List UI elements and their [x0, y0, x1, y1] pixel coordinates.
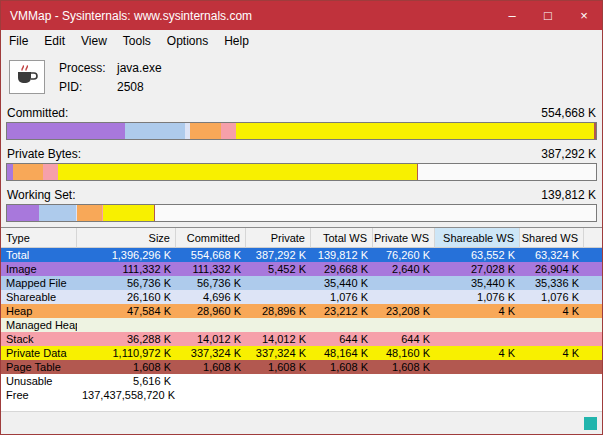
table-row-shareable[interactable]: Shareable26,160 K4,696 K1,076 K1,076 K1,… — [1, 290, 602, 304]
bar-track-committed — [6, 122, 597, 140]
cell-private: 1,608 K — [246, 360, 311, 374]
cell-private — [246, 374, 311, 388]
summary-bars: Committed:554,668 KPrivate Bytes:387,292… — [1, 102, 602, 227]
stack-segment — [43, 164, 58, 180]
cell-shareable-ws: 63,552 K — [435, 248, 520, 262]
cell-private-ws: 48,160 K — [373, 346, 435, 360]
cell-size: 36,288 K — [77, 332, 176, 346]
cell-shareable-ws: 35,440 K — [435, 276, 520, 290]
cell-size: 111,332 K — [77, 262, 176, 276]
cell-private: 5,452 K — [246, 262, 311, 276]
heap-segment — [13, 164, 44, 180]
minimize-button[interactable]: – — [494, 1, 530, 30]
cell-committed: 28,960 K — [176, 304, 246, 318]
table-row-stack[interactable]: Stack36,288 K14,012 K14,012 K644 K644 K — [1, 332, 602, 346]
cell-type: Page Table — [1, 360, 77, 374]
table-row-heap[interactable]: Heap47,584 K28,960 K28,896 K23,212 K23,2… — [1, 304, 602, 318]
cell-private-ws: 644 K — [373, 332, 435, 346]
stack-segment — [221, 123, 236, 139]
cell-size: 5,616 K — [77, 374, 176, 388]
private-data-segment — [103, 205, 154, 221]
cell-committed — [176, 374, 246, 388]
cell-shared-ws — [520, 388, 584, 402]
cell-private-ws: 2,640 K — [373, 262, 435, 276]
image-segment — [7, 205, 39, 221]
cell-shareable-ws — [435, 318, 520, 332]
cell-shared-ws: 26,904 K — [520, 262, 584, 276]
cell-private-ws: 76,260 K — [373, 248, 435, 262]
cell-private — [246, 318, 311, 332]
mapped-file-segment — [125, 123, 185, 139]
process-icon-box — [9, 60, 45, 94]
table-row-unusable[interactable]: Unusable5,616 K — [1, 374, 602, 388]
column-header-shared-ws[interactable]: Shared WS — [520, 228, 584, 248]
pid-label: PID: — [59, 80, 117, 94]
menu-file[interactable]: File — [1, 32, 36, 50]
cell-committed: 56,736 K — [176, 276, 246, 290]
menu-edit[interactable]: Edit — [36, 32, 73, 50]
cell-size: 1,396,296 K — [77, 248, 176, 262]
bar-track-working-set — [6, 204, 597, 222]
cell-size: 1,110,972 K — [77, 346, 176, 360]
image-segment — [7, 123, 125, 139]
maximize-button[interactable]: □ — [530, 1, 566, 30]
cell-shared-ws: 63,324 K — [520, 248, 584, 262]
bar-label-working-set: Working Set: — [7, 188, 75, 202]
column-header-size[interactable]: Size — [77, 228, 176, 248]
table-row-total[interactable]: Total1,396,296 K554,668 K387,292 K139,81… — [1, 248, 602, 262]
menu-view[interactable]: View — [73, 32, 115, 50]
column-header-private-ws[interactable]: Private WS — [373, 228, 435, 248]
menu-help[interactable]: Help — [216, 32, 257, 50]
column-header-shareable-ws[interactable]: Shareable WS — [435, 228, 520, 248]
column-header-type[interactable]: Type — [1, 228, 77, 248]
cell-private: 387,292 K — [246, 248, 311, 262]
cell-type: Heap — [1, 304, 77, 318]
cell-type: Managed Heap — [1, 318, 77, 332]
window-controls: – □ × — [494, 1, 602, 30]
title-bar[interactable]: VMMap - Sysinternals: www.sysinternals.c… — [1, 1, 602, 30]
cell-shared-ws — [520, 374, 584, 388]
cell-total-ws: 48,164 K — [311, 346, 373, 360]
cell-private — [246, 276, 311, 290]
menu-options[interactable]: Options — [159, 32, 216, 50]
cell-committed: 337,324 K — [176, 346, 246, 360]
column-header-total-ws[interactable]: Total WS — [311, 228, 373, 248]
process-name: java.exe — [117, 61, 162, 75]
cell-committed: 14,012 K — [176, 332, 246, 346]
bar-track-private-bytes — [6, 163, 597, 181]
cell-total-ws: 35,440 K — [311, 276, 373, 290]
page-table-segment — [417, 164, 419, 180]
cell-private — [246, 388, 311, 402]
column-header-private[interactable]: Private — [246, 228, 311, 248]
mapped-file-segment — [39, 205, 77, 221]
cell-shared-ws: 35,336 K — [520, 276, 584, 290]
table-row-page-table[interactable]: Page Table1,608 K1,608 K1,608 K1,608 K1,… — [1, 360, 602, 374]
bar-label-committed: Committed: — [7, 106, 68, 120]
cell-committed: 111,332 K — [176, 262, 246, 276]
resize-grip[interactable] — [584, 417, 597, 430]
cell-total-ws: 644 K — [311, 332, 373, 346]
cell-type: Mapped File — [1, 276, 77, 290]
table-row-managed-heap[interactable]: Managed Heap — [1, 318, 602, 332]
cell-committed — [176, 318, 246, 332]
cell-shareable-ws: 1,076 K — [435, 290, 520, 304]
cell-type: Stack — [1, 332, 77, 346]
cell-shared-ws: 1,076 K — [520, 290, 584, 304]
table-row-private-data[interactable]: Private Data1,110,972 K337,324 K337,324 … — [1, 346, 602, 360]
cell-type: Free — [1, 388, 77, 402]
table-row-free[interactable]: Free137,437,558,720 K — [1, 388, 602, 402]
cell-private-ws — [373, 290, 435, 304]
cell-committed: 1,608 K — [176, 360, 246, 374]
table-row-mapped-file[interactable]: Mapped File56,736 K56,736 K35,440 K35,44… — [1, 276, 602, 290]
cell-committed: 4,696 K — [176, 290, 246, 304]
menu-tools[interactable]: Tools — [115, 32, 159, 50]
cell-private: 14,012 K — [246, 332, 311, 346]
table-row-image[interactable]: Image111,332 K111,332 K5,452 K29,668 K2,… — [1, 262, 602, 276]
cell-size: 1,608 K — [77, 360, 176, 374]
close-button[interactable]: × — [566, 1, 602, 30]
memory-type-table: TypeSizeCommittedPrivateTotal WSPrivate … — [1, 227, 602, 411]
cell-shared-ws — [520, 332, 584, 346]
column-header-committed[interactable]: Committed — [176, 228, 246, 248]
cell-size: 26,160 K — [77, 290, 176, 304]
cell-total-ws — [311, 374, 373, 388]
